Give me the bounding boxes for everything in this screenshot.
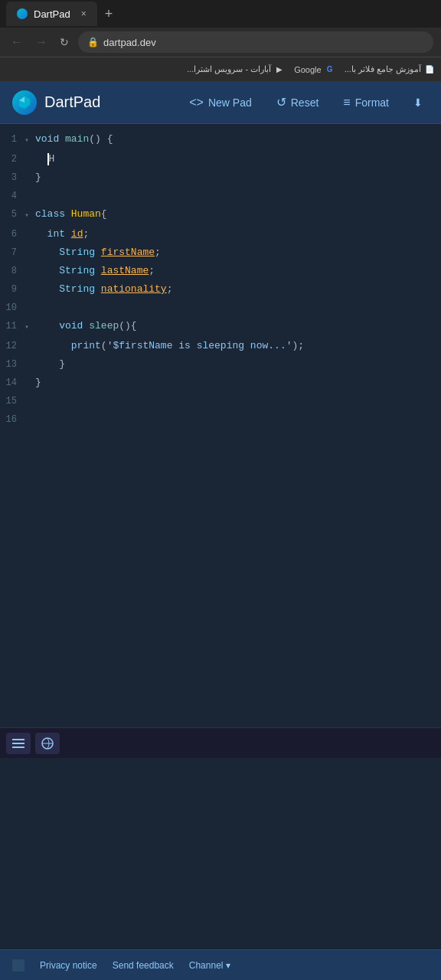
- code-segment: (){: [119, 320, 136, 332]
- new-tab-button[interactable]: +: [100, 5, 118, 24]
- close-tab-button[interactable]: ×: [81, 8, 87, 19]
- code-segment: ;: [83, 228, 89, 240]
- bookmark-icon-2: G: [325, 64, 335, 75]
- code-segment: lastName: [101, 265, 149, 276]
- install-icon: ⬇: [413, 96, 423, 109]
- bookmark-icon-1: 📄: [424, 64, 435, 75]
- code-line-1: 1▾void main() {: [0, 130, 441, 150]
- format-icon: ≡: [343, 96, 350, 109]
- code-segment: ;: [149, 265, 155, 276]
- code-segment: String: [59, 265, 101, 276]
- code-segment: int: [47, 228, 71, 240]
- chevron-down-icon: ▾: [226, 960, 230, 971]
- address-bar: ← → ↻ 🔒 dartpad.dev: [0, 28, 441, 57]
- code-line-12: 12 print('$firstName is sleeping now...'…: [0, 337, 441, 355]
- code-segment: [35, 247, 59, 258]
- code-line-6: 6 int id;: [0, 225, 441, 243]
- code-segment: sleep: [89, 320, 119, 332]
- back-button[interactable]: ←: [8, 34, 26, 51]
- channel-label: Channel: [189, 960, 224, 971]
- bookmark-label-3: آبارات - سرویس اشترا...: [187, 64, 271, 74]
- line-arrow-12: [24, 337, 35, 338]
- forward-button[interactable]: →: [32, 34, 51, 51]
- privacy-notice-link[interactable]: Privacy notice: [40, 960, 97, 971]
- code-segment: [35, 265, 59, 276]
- line-content-8: String lastName;: [35, 262, 155, 280]
- line-content-5: class Human{: [35, 205, 107, 224]
- line-number-10: 10: [0, 299, 24, 317]
- line-arrow-9: [24, 280, 35, 282]
- bookmark-label-1: آموزش جامع فلاتر با...: [345, 64, 421, 74]
- line-content-11: void sleep(){: [35, 317, 137, 335]
- install-button[interactable]: ⬇: [407, 92, 429, 113]
- taskbar: [0, 727, 441, 758]
- line-content-6: int id;: [35, 225, 89, 243]
- code-line-2: 2 H: [0, 150, 441, 168]
- reset-button[interactable]: ↺ Reset: [270, 90, 325, 114]
- line-arrow-13: [24, 355, 35, 357]
- footer-logo-icon: [12, 959, 24, 972]
- taskbar-browser-button[interactable]: [35, 733, 60, 754]
- taskbar-start-button[interactable]: [6, 733, 31, 754]
- code-line-11: 11▾ void sleep(){: [0, 317, 441, 337]
- code-line-16: 16: [0, 410, 441, 429]
- line-number-15: 15: [0, 392, 24, 410]
- line-content-13: }: [35, 355, 65, 374]
- code-segment: [35, 228, 47, 240]
- line-content-12: print('$firstName is sleeping now...');: [35, 337, 304, 355]
- bookmark-item-3[interactable]: ▶ آبارات - سرویس اشترا...: [187, 64, 285, 75]
- code-line-3: 3 }: [0, 168, 441, 187]
- app-title: DartPad: [44, 93, 100, 111]
- code-segment: () {: [89, 133, 113, 145]
- code-segment: String: [59, 247, 101, 258]
- lock-icon: 🔒: [87, 37, 99, 47]
- code-segment: [35, 320, 59, 332]
- new-pad-button[interactable]: <> New Pad: [183, 91, 258, 114]
- line-number-3: 3: [0, 168, 24, 187]
- code-line-7: 7 String firstName;: [0, 243, 441, 262]
- refresh-button[interactable]: ↻: [57, 34, 72, 50]
- line-arrow-16: [24, 410, 35, 412]
- code-line-15: 15: [0, 392, 441, 410]
- code-segment: print: [71, 340, 101, 351]
- code-line-13: 13 }: [0, 355, 441, 374]
- channel-dropdown[interactable]: Channel ▾: [189, 960, 231, 971]
- format-label: Format: [355, 96, 389, 109]
- line-arrow-1: ▾: [24, 130, 35, 150]
- code-segment: [35, 358, 59, 370]
- tab-bar: DartPad × +: [0, 0, 441, 28]
- line-arrow-15: [24, 392, 35, 394]
- line-number-12: 12: [0, 337, 24, 355]
- active-tab[interactable]: DartPad ×: [6, 2, 97, 26]
- send-feedback-link[interactable]: Send feedback: [113, 960, 174, 971]
- line-number-8: 8: [0, 262, 24, 280]
- line-arrow-4: [24, 187, 35, 188]
- line-arrow-2: [24, 150, 35, 152]
- code-editor[interactable]: 1▾void main() {2 H3 }4 5▾class Human{6 i…: [0, 124, 441, 949]
- dart-logo-icon: [12, 90, 37, 115]
- code-segment: ;: [155, 247, 161, 258]
- line-number-5: 5: [0, 205, 24, 224]
- code-segment: firstName: [101, 247, 155, 258]
- format-button[interactable]: ≡ Format: [337, 91, 395, 114]
- code-segment: H: [49, 153, 55, 165]
- code-segment: (: [101, 340, 107, 351]
- new-pad-icon: <>: [189, 96, 204, 109]
- code-segment: nationality: [101, 283, 167, 295]
- line-number-1: 1: [0, 130, 24, 149]
- line-arrow-10: [24, 299, 35, 300]
- url-bar[interactable]: 🔒 dartpad.dev: [78, 31, 433, 53]
- tab-favicon: [17, 8, 28, 19]
- code-segment: }: [35, 377, 41, 388]
- code-segment: {: [101, 208, 107, 220]
- dartpad-logo: DartPad: [12, 90, 100, 115]
- code-segment: void: [59, 320, 89, 332]
- line-number-7: 7: [0, 243, 24, 262]
- code-line-8: 8 String lastName;: [0, 262, 441, 280]
- bookmark-item-2[interactable]: G Google: [294, 64, 335, 75]
- line-arrow-14: [24, 374, 35, 375]
- line-arrow-8: [24, 262, 35, 263]
- code-segment: void: [35, 133, 65, 145]
- bookmark-item-1[interactable]: 📄 آموزش جامع فلاتر با...: [345, 64, 435, 75]
- line-number-4: 4: [0, 187, 24, 205]
